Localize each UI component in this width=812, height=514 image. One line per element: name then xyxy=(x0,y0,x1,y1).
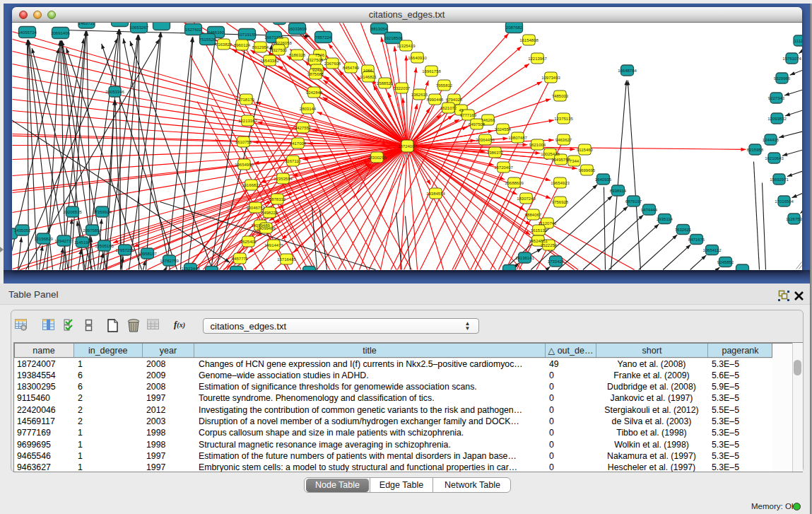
svg-text:9227343: 9227343 xyxy=(767,95,784,100)
svg-text:7163822: 7163822 xyxy=(215,42,232,46)
svg-text:9457771: 9457771 xyxy=(231,256,248,260)
svg-text:12093832: 12093832 xyxy=(767,116,787,120)
svg-text:20364456: 20364456 xyxy=(476,137,495,141)
svg-text:20206535: 20206535 xyxy=(63,209,82,214)
svg-text:8813054: 8813054 xyxy=(370,26,387,30)
svg-text:16961758: 16961758 xyxy=(422,69,441,73)
svg-text:9427552: 9427552 xyxy=(294,125,311,129)
svg-text:7344: 7344 xyxy=(569,158,579,163)
svg-text:2718170: 2718170 xyxy=(237,97,254,101)
svg-text:9777169: 9777169 xyxy=(459,112,476,117)
svg-text:45: 45 xyxy=(459,107,464,112)
svg-text:8990448: 8990448 xyxy=(426,97,443,101)
svg-text:9329966: 9329966 xyxy=(773,76,790,80)
svg-text:16782759: 16782759 xyxy=(160,258,179,262)
svg-text:19654923: 19654923 xyxy=(551,180,570,185)
svg-text:16640910: 16640910 xyxy=(408,55,427,59)
svg-text:1244415: 1244415 xyxy=(762,137,779,141)
svg-text:20053346: 20053346 xyxy=(105,89,124,93)
svg-text:10973493: 10973493 xyxy=(541,75,560,79)
svg-text:18307249: 18307249 xyxy=(517,196,536,200)
svg-text:16671355: 16671355 xyxy=(264,35,283,39)
svg-text:1733426: 1733426 xyxy=(547,259,564,263)
svg-text:14099489: 14099489 xyxy=(257,226,276,230)
svg-text:12353594: 12353594 xyxy=(273,176,293,180)
svg-text:16154808: 16154808 xyxy=(519,37,539,42)
svg-text:9242848: 9242848 xyxy=(305,90,322,94)
svg-text:7485003: 7485003 xyxy=(551,93,568,98)
svg-text:5498222: 5498222 xyxy=(261,210,278,214)
svg-text:9245852: 9245852 xyxy=(717,259,734,264)
svg-text:10654112: 10654112 xyxy=(702,247,722,252)
svg-text:10046753: 10046753 xyxy=(246,205,265,209)
svg-text:15720407: 15720407 xyxy=(494,165,513,169)
svg-text:1145194: 1145194 xyxy=(74,240,91,244)
svg-text:3024554: 3024554 xyxy=(494,127,511,131)
svg-text:1621072: 1621072 xyxy=(440,105,457,110)
svg-text:1527602: 1527602 xyxy=(184,27,201,31)
svg-text:7546: 7546 xyxy=(314,52,324,57)
svg-text:20975857: 20975857 xyxy=(83,228,102,232)
svg-text:10807487: 10807487 xyxy=(508,135,527,139)
svg-text:19166827: 19166827 xyxy=(242,182,261,187)
svg-text:18724007: 18724007 xyxy=(398,144,417,148)
svg-text:9146821: 9146821 xyxy=(360,74,377,78)
svg-text:20691406: 20691406 xyxy=(51,30,70,35)
svg-text:7386372: 7386372 xyxy=(486,150,503,154)
svg-text:2087682: 2087682 xyxy=(505,25,522,29)
svg-text:7857224: 7857224 xyxy=(314,35,331,39)
svg-text:10719155: 10719155 xyxy=(237,32,257,36)
svg-text:16210643: 16210643 xyxy=(765,156,784,160)
svg-text:8454749: 8454749 xyxy=(342,65,359,69)
svg-text:2803144: 2803144 xyxy=(299,106,316,110)
svg-text:6466160: 6466160 xyxy=(207,30,224,34)
svg-text:12156829: 12156829 xyxy=(34,236,53,240)
svg-text:7632621: 7632621 xyxy=(674,227,691,231)
svg-text:13495758: 13495758 xyxy=(551,157,570,161)
svg-text:11120746: 11120746 xyxy=(538,221,556,225)
svg-text:8938914: 8938914 xyxy=(609,188,626,192)
svg-text:5878332: 5878332 xyxy=(269,197,286,201)
svg-text:12942737: 12942737 xyxy=(54,238,73,243)
svg-text:2522254: 2522254 xyxy=(540,243,557,247)
svg-text:9463627: 9463627 xyxy=(555,137,572,141)
svg-text:15716485: 15716485 xyxy=(277,257,296,261)
svg-text:1610755: 1610755 xyxy=(235,139,252,144)
svg-text:8912954: 8912954 xyxy=(252,45,269,49)
svg-text:10653267: 10653267 xyxy=(129,25,148,29)
svg-text:7955812: 7955812 xyxy=(435,83,452,87)
svg-text:1362615: 1362615 xyxy=(411,92,428,96)
svg-text:7515526: 7515526 xyxy=(199,37,216,41)
svg-text:1615132: 1615132 xyxy=(530,228,547,232)
svg-text:13226058: 13226058 xyxy=(273,40,292,45)
svg-text:9327500: 9327500 xyxy=(270,47,287,52)
svg-text:9621004: 9621004 xyxy=(529,142,546,146)
svg-text:9699695: 9699695 xyxy=(578,168,595,172)
svg-text:10025438: 10025438 xyxy=(541,151,560,156)
svg-text:19384554: 19384554 xyxy=(426,191,445,195)
svg-text:8215958: 8215958 xyxy=(746,147,763,151)
svg-text:12505185: 12505185 xyxy=(95,243,114,247)
svg-text:1126753: 1126753 xyxy=(786,216,802,221)
svg-text:17016504: 17016504 xyxy=(775,199,794,203)
svg-text:14914479: 14914479 xyxy=(264,243,283,247)
svg-text:15692971: 15692971 xyxy=(770,177,789,181)
svg-text:11124: 11124 xyxy=(794,38,801,42)
svg-text:10958107: 10958107 xyxy=(138,251,157,255)
svg-text:12213383: 12213383 xyxy=(238,118,257,122)
svg-text:9327508: 9327508 xyxy=(306,57,323,62)
svg-text:7625402: 7625402 xyxy=(240,239,257,243)
svg-text:8960124: 8960124 xyxy=(233,42,250,47)
svg-text:5322037: 5322037 xyxy=(393,86,410,90)
svg-text:9417004: 9417004 xyxy=(289,141,306,145)
svg-text:8186328: 8186328 xyxy=(288,52,305,57)
svg-text:2367608: 2367608 xyxy=(324,61,341,65)
svg-text:1463731: 1463731 xyxy=(78,23,95,25)
svg-text:15751074: 15751074 xyxy=(782,56,801,60)
svg-text:19654955: 19654955 xyxy=(235,162,254,166)
svg-text:16543382: 16543382 xyxy=(260,58,279,62)
svg-text:1066: 1066 xyxy=(363,68,372,72)
svg-text:3267110: 3267110 xyxy=(285,158,302,163)
svg-text:18300295: 18300295 xyxy=(367,155,387,159)
svg-text:6879197: 6879197 xyxy=(625,199,642,203)
